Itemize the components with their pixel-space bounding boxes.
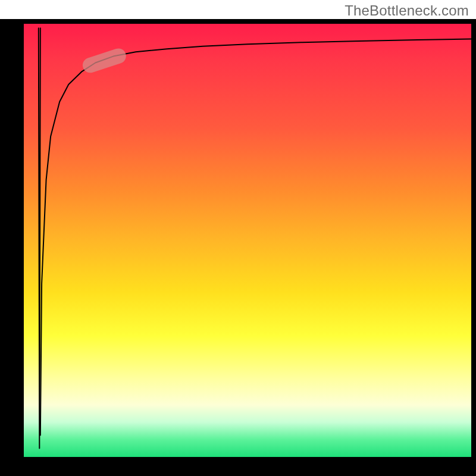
plot-overlay — [24, 24, 471, 457]
chart-stage: TheBottleneck.com — [0, 0, 476, 476]
series-curve — [40, 39, 471, 435]
frame-top — [0, 19, 476, 24]
highlight-pill — [81, 46, 128, 74]
frame-left — [0, 19, 24, 457]
watermark-text: TheBottleneck.com — [345, 2, 469, 19]
frame-right — [471, 19, 476, 457]
frame-bottom — [0, 457, 476, 476]
series-spike — [39, 28, 40, 448]
